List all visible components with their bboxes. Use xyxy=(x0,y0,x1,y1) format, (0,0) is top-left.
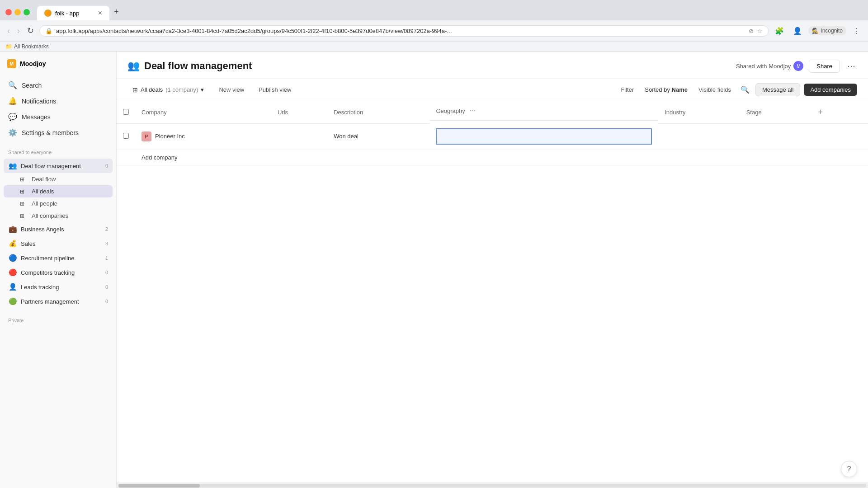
sub-label-all-deals: All deals xyxy=(32,188,54,195)
sidebar-group-sales[interactable]: 💰 Sales 3 xyxy=(4,236,113,251)
new-tab-btn[interactable]: + xyxy=(110,4,123,20)
tab-close-btn[interactable]: × xyxy=(98,9,102,17)
sidebar-sub-all-people[interactable]: ⊞ All people xyxy=(4,197,113,210)
nav-actions: 🧩 👤 🕵 Incognito ⋮ xyxy=(772,25,863,37)
private-section-label: Private xyxy=(0,310,116,325)
address-bar[interactable]: 🔒 app.folk.app/apps/contacts/network/cca… xyxy=(39,25,769,37)
group-count-partners: 0 xyxy=(105,299,108,304)
stage-header-text: Stage xyxy=(746,109,762,116)
group-label-recruitment: Recruitment pipeline xyxy=(21,255,102,262)
window-maximize-btn[interactable] xyxy=(24,9,30,15)
nav-back-btn[interactable]: ‹ xyxy=(5,24,12,38)
page-title-container: 👥 Deal flow management xyxy=(127,60,252,72)
app: M Moodjoy 🔍 Search 🔔 Notifications 💬 Mes… xyxy=(0,52,868,488)
incognito-label: Incognito xyxy=(821,28,843,34)
sidebar-group-partners[interactable]: 🟢 Partners management 0 xyxy=(4,294,113,309)
add-company-cell[interactable]: Add company xyxy=(135,149,868,165)
extensions-btn[interactable]: 🧩 xyxy=(772,25,787,37)
sort-button[interactable]: Sorted by Name xyxy=(641,84,691,95)
group-label-competitors: Competitors tracking xyxy=(21,269,102,276)
description-cell[interactable]: Won deal xyxy=(327,124,429,150)
column-header-stage: Stage xyxy=(740,101,808,124)
sidebar-item-settings[interactable]: ⚙️ Settings & members xyxy=(4,125,113,141)
row-checkbox-cell xyxy=(117,124,135,150)
sidebar-group-leads[interactable]: 👤 Leads tracking 0 xyxy=(4,280,113,294)
sidebar-item-notifications[interactable]: 🔔 Notifications xyxy=(4,93,113,109)
column-header-geography: Geography ··· xyxy=(429,101,658,121)
stage-cell[interactable] xyxy=(740,124,808,150)
sidebar-group-business-angels[interactable]: 💼 Business Angels 2 xyxy=(4,222,113,236)
description-header-text: Description xyxy=(334,109,363,116)
toolbar: ⊞ All deals (1 company) ▾ New view Publi… xyxy=(117,79,868,101)
grid-icon: ⊞ xyxy=(20,176,27,183)
sidebar-notifications-label: Notifications xyxy=(22,98,56,105)
row-checkbox[interactable] xyxy=(123,133,129,139)
search-icon: 🔍 xyxy=(8,81,17,89)
industry-cell[interactable] xyxy=(658,124,740,150)
sidebar-group-recruitment[interactable]: 🔵 Recruitment pipeline 1 xyxy=(4,251,113,265)
companies-table: Company Urls Description Geography ··· xyxy=(117,101,868,166)
bookmarks-bar: 📁 All Bookmarks xyxy=(0,41,868,52)
sidebar-sub-deal-flow[interactable]: ⊞ Deal flow xyxy=(4,173,113,185)
sidebar-sub-all-companies[interactable]: ⊞ All companies xyxy=(4,210,113,222)
add-companies-button[interactable]: Add companies xyxy=(804,84,857,96)
filter-button[interactable]: Filter xyxy=(617,84,637,95)
view-label: All deals xyxy=(141,86,163,93)
profile-btn[interactable]: 👤 xyxy=(790,25,805,37)
geography-col-more-btn[interactable]: ··· xyxy=(468,106,477,116)
browser-titlebar: 🟠 folk - app × + xyxy=(0,0,868,20)
main-content: 👥 Deal flow management Shared with Moodj… xyxy=(117,52,868,488)
tab-favicon: 🟠 xyxy=(44,9,52,17)
scrollbar-thumb[interactable] xyxy=(118,484,200,488)
more-options-button[interactable]: ⋯ xyxy=(845,59,857,73)
nav-forward-btn[interactable]: › xyxy=(15,24,22,38)
add-company-label: Add company xyxy=(142,154,178,161)
message-all-button[interactable]: Message all xyxy=(755,83,800,96)
browser-menu-btn[interactable]: ⋮ xyxy=(850,25,863,37)
main-header-actions: Shared with Moodjoy M Share ⋯ xyxy=(736,59,857,73)
url-text: app.folk.app/apps/contacts/network/ccaa7… xyxy=(56,28,745,34)
horizontal-scrollbar[interactable] xyxy=(117,483,868,488)
new-view-button[interactable]: New view xyxy=(214,84,249,95)
sidebar-item-messages[interactable]: 💬 Messages xyxy=(4,109,113,125)
sort-label-text: Sorted by xyxy=(645,86,670,93)
browser-tab-active[interactable]: 🟠 folk - app × xyxy=(37,6,109,20)
window-minimize-btn[interactable] xyxy=(14,9,21,15)
page-title: Deal flow management xyxy=(144,60,252,72)
geography-selected-cell[interactable] xyxy=(436,128,652,145)
view-count: (1 company) xyxy=(165,86,198,93)
visible-fields-button[interactable]: Visible fields xyxy=(695,84,735,95)
view-selector[interactable]: ⊞ All deals (1 company) ▾ xyxy=(127,84,209,96)
window-close-btn[interactable] xyxy=(5,9,12,15)
browser-nav: ‹ › ↻ 🔒 app.folk.app/apps/contacts/netwo… xyxy=(0,20,868,41)
page-title-icon: 👥 xyxy=(127,60,140,72)
geography-cell[interactable] xyxy=(429,124,658,150)
company-name[interactable]: Ploneer Inc xyxy=(155,133,185,140)
table-wrapper: Company Urls Description Geography ··· xyxy=(117,101,868,483)
nav-refresh-btn[interactable]: ↻ xyxy=(25,24,36,38)
add-row[interactable]: Add company xyxy=(117,149,868,165)
view-grid-icon: ⊞ xyxy=(132,86,138,94)
share-button[interactable]: Share xyxy=(809,60,840,73)
sidebar-group-deal-flow-management[interactable]: 👥 Deal flow management 0 xyxy=(4,159,113,173)
help-button[interactable]: ? xyxy=(841,461,857,477)
sidebar-sub-all-deals[interactable]: ⊞ All deals xyxy=(4,185,113,197)
sidebar-group-competitors[interactable]: 🔴 Competitors tracking 0 xyxy=(4,265,113,280)
column-header-urls: Urls xyxy=(271,101,327,124)
group-label-sales: Sales xyxy=(21,240,102,247)
select-all-checkbox[interactable] xyxy=(123,109,129,115)
grid-icon-3: ⊞ xyxy=(20,201,27,207)
sidebar-shared-section: Shared to everyone 👥 Deal flow managemen… xyxy=(0,142,116,310)
shared-with-text: Shared with Moodjoy xyxy=(736,63,791,70)
sidebar-item-search[interactable]: 🔍 Search xyxy=(4,77,113,93)
publish-view-button[interactable]: Publish view xyxy=(254,84,296,95)
browser-chrome: 🟠 folk - app × + ‹ › ↻ 🔒 app.folk.app/ap… xyxy=(0,0,868,52)
group-label-partners: Partners management xyxy=(21,298,102,305)
workspace-name: Moodjoy xyxy=(20,60,46,67)
scrollbar-track xyxy=(118,484,866,488)
add-column-button[interactable]: + xyxy=(814,106,826,119)
add-row-checkbox-cell xyxy=(117,149,135,165)
toolbar-right: Filter Sorted by Name Visible fields 🔍 M… xyxy=(617,83,857,96)
urls-cell[interactable] xyxy=(271,124,327,150)
table-search-button[interactable]: 🔍 xyxy=(738,83,752,96)
